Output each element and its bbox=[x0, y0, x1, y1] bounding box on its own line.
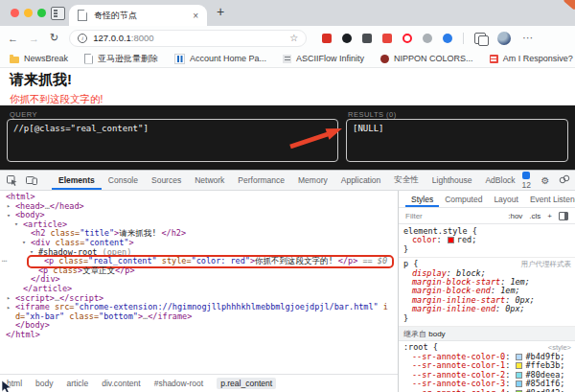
extension-opera-ring-icon[interactable] bbox=[402, 34, 412, 43]
devtools-tab-sources[interactable]: Sources bbox=[145, 171, 188, 190]
dom-tree-row[interactable]: </body> bbox=[0, 321, 397, 331]
styles-toggle-[interactable]: + bbox=[547, 212, 552, 220]
url-text: 127.0.0.1:8000 bbox=[93, 33, 153, 43]
css-property[interactable]: margin-inline-end: 0px; bbox=[403, 305, 571, 313]
vertical-tabs-icon[interactable] bbox=[51, 7, 65, 20]
devtools-tab-application[interactable]: Application bbox=[334, 171, 388, 190]
window-minimize-button[interactable] bbox=[24, 9, 33, 17]
css-property[interactable]: color: red; bbox=[403, 236, 571, 244]
bookmark-label: ASCIIFlow Infinity bbox=[296, 54, 364, 63]
bookmark-label: 亚马逊批量删除 bbox=[98, 53, 158, 65]
styles-filter-input[interactable]: Filter bbox=[405, 212, 423, 220]
css-rule[interactable]: p {用户代理样式表display: block;margin-block-st… bbox=[399, 258, 575, 327]
dom-tree-row[interactable]: ▸<head>…</head> bbox=[0, 202, 397, 212]
styles-toggle-cls[interactable]: .cls bbox=[529, 212, 540, 220]
bookmarks-bar: NewsBreak亚马逊批量删除Account Home Pa...ASCIIF… bbox=[0, 50, 575, 68]
styles-toggle-hov[interactable]: :hov bbox=[508, 212, 522, 220]
extension-dark-square-icon[interactable] bbox=[362, 34, 372, 43]
devtools-tab-network[interactable]: Network bbox=[188, 171, 231, 190]
browser-menu-icon[interactable]: ⋯ bbox=[522, 32, 533, 44]
devtools-tab-security[interactable]: 安全性 bbox=[387, 171, 426, 190]
devtools-toolbar-right: 12 ⚙ ⋯ × bbox=[522, 171, 575, 190]
extension-red-lines-icon[interactable] bbox=[382, 34, 392, 43]
page-favicon-icon bbox=[78, 10, 87, 21]
breadcrumb-article[interactable]: article bbox=[67, 379, 89, 388]
reload-icon[interactable]: ↻ bbox=[50, 32, 58, 44]
bookmark-amazon-batch-delete[interactable]: 亚马逊批量删除 bbox=[84, 53, 158, 65]
devtools-tabs: ElementsConsoleSourcesNetworkPerformance… bbox=[52, 171, 522, 190]
devtools-tab-adblock[interactable]: AdBlock bbox=[478, 171, 521, 190]
styles-tab-styles[interactable]: Styles bbox=[405, 191, 439, 207]
window-maximize-button[interactable] bbox=[37, 9, 46, 17]
newsbreak-icon bbox=[10, 57, 19, 63]
link-rings-icon[interactable] bbox=[559, 174, 570, 186]
profile-avatar[interactable] bbox=[497, 32, 511, 45]
css-rule[interactable]: :root {<style>--sr-annote-color-0: #b4d9… bbox=[399, 341, 575, 392]
dom-tree-row[interactable]: </html> bbox=[0, 331, 397, 340]
css-rule[interactable]: element.style {color: red;} bbox=[399, 225, 575, 258]
styles-tab-computed[interactable]: Computed bbox=[439, 191, 488, 207]
styles-tab-event-listeners[interactable]: Event Listeners bbox=[524, 191, 575, 207]
bookmark-nippon-colors[interactable]: NIPPON COLORS... bbox=[380, 54, 473, 63]
bookmark-am-i-responsive[interactable]: Am I Responsive? bbox=[490, 54, 573, 63]
back-icon[interactable]: ← bbox=[8, 33, 18, 44]
devtools-tab-console[interactable]: Console bbox=[102, 171, 145, 190]
multitask-tabs-icon[interactable] bbox=[474, 33, 486, 44]
styles-sidebar-tabs: StylesComputedLayoutEvent Listeners» bbox=[399, 191, 575, 208]
tab-close-icon[interactable]: × bbox=[193, 11, 198, 21]
devtools-body: <html>▸<head>…</head>▾<body>▾<article><h… bbox=[0, 191, 575, 392]
amazon-batch-delete-icon bbox=[84, 54, 93, 64]
styles-filter-row: Filter :hov.cls+ bbox=[399, 208, 575, 224]
extension-blue-circle-icon[interactable] bbox=[443, 34, 452, 43]
forward-icon[interactable]: → bbox=[29, 33, 39, 44]
color-swatch[interactable] bbox=[516, 362, 522, 369]
address-bar[interactable]: i 127.0.0.1:8000 ☆ bbox=[69, 30, 307, 47]
extension-github-icon[interactable] bbox=[342, 34, 352, 43]
bookmark-label: Account Home Pa... bbox=[190, 54, 266, 63]
color-swatch[interactable] bbox=[516, 380, 522, 387]
am-i-responsive-icon bbox=[490, 55, 498, 63]
devtools-tab-performance[interactable]: Performance bbox=[231, 171, 291, 190]
extension-gray-circle-icon[interactable] bbox=[423, 34, 432, 43]
breadcrumb-#shadow-root[interactable]: #shadow-root bbox=[154, 379, 204, 388]
color-swatch[interactable] bbox=[516, 372, 522, 379]
bookmark-asciiflow[interactable]: ASCIIFlow Infinity bbox=[283, 54, 364, 63]
xpath-results-box: [NULL] bbox=[346, 119, 568, 162]
site-info-icon[interactable]: i bbox=[78, 34, 87, 43]
browser-tab[interactable]: 奇怪的节点 × bbox=[69, 5, 207, 26]
inspect-element-icon[interactable] bbox=[7, 175, 17, 186]
query-label: QUERY bbox=[10, 110, 37, 119]
css-property[interactable]: --sr-annote-color-4: #8cd842; bbox=[403, 389, 571, 392]
window-close-button[interactable] bbox=[11, 9, 19, 17]
issues-badge[interactable]: 12 bbox=[522, 171, 533, 190]
devtools-tab-memory[interactable]: Memory bbox=[291, 171, 334, 190]
collapsed-arrow-icon[interactable]: ▸ bbox=[7, 304, 11, 313]
styles-tab-layout[interactable]: Layout bbox=[488, 191, 524, 207]
annotation-arrow bbox=[283, 123, 348, 151]
breadcrumb-div.content[interactable]: div.content bbox=[102, 379, 140, 388]
extension-red-grid-icon[interactable] bbox=[322, 34, 332, 43]
dom-tree-row[interactable]: ▸<iframe src="chrome-extension://hgimnog… bbox=[0, 303, 397, 321]
bookmark-label: Am I Responsive? bbox=[503, 54, 573, 63]
bookmark-account-home[interactable]: Account Home Pa... bbox=[174, 54, 266, 64]
favorite-star-icon[interactable]: ☆ bbox=[289, 33, 298, 43]
device-toolbar-icon[interactable] bbox=[26, 175, 37, 185]
elements-panel: <html>▸<head>…</head>▾<body>▾<article><h… bbox=[0, 191, 398, 392]
devtools-tab-elements[interactable]: Elements bbox=[52, 171, 102, 190]
devtools-tab-lighthouse[interactable]: Lighthouse bbox=[426, 171, 479, 190]
new-tab-button[interactable]: + bbox=[217, 4, 224, 19]
bookmark-newsbreak[interactable]: NewsBreak bbox=[10, 54, 68, 63]
settings-gear-icon[interactable]: ⚙ bbox=[541, 175, 550, 186]
sidebar-panel-icon[interactable] bbox=[559, 212, 568, 220]
nippon-colors-icon bbox=[380, 55, 389, 63]
inherited-from-header: 继承自 body bbox=[399, 327, 575, 341]
breadcrumb-p.real_content[interactable]: p.real_content bbox=[217, 378, 276, 389]
page-heading: 请来抓我! bbox=[10, 71, 72, 89]
breadcrumb-body[interactable]: body bbox=[35, 379, 53, 388]
devtools-toolbar: ElementsConsoleSourcesNetworkPerformance… bbox=[0, 171, 575, 191]
browser-tab-strip: 奇怪的节点 × + bbox=[0, 0, 575, 26]
color-swatch[interactable] bbox=[516, 354, 522, 360]
gutter-ellipsis-icon[interactable]: ⋯ bbox=[2, 257, 7, 266]
mouse-cursor-icon bbox=[1, 380, 12, 392]
color-swatch[interactable] bbox=[448, 237, 454, 243]
